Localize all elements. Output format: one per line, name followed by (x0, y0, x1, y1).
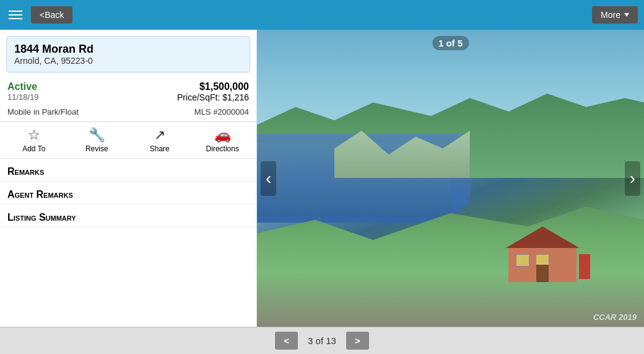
listing-summary-section: Listing Summary (0, 205, 256, 228)
remarks-title: Remarks (7, 166, 249, 177)
address-line1: 1844 Moran Rd (14, 43, 242, 56)
price-sqft: Price/SqFt: $1,216 (177, 92, 249, 102)
house-graphic (499, 226, 586, 282)
status-date: 11/18/19 (7, 92, 39, 102)
wrench-icon: 🔧 (89, 127, 105, 143)
address-box: 1844 Moran Rd Arnold, CA, 95223-0 (6, 36, 250, 73)
status-label: Active (7, 81, 39, 92)
price-sqft-label: Price/SqFt: (177, 92, 220, 102)
property-image: CCAR 2019 (257, 30, 644, 327)
car-icon: 🚗 (214, 127, 231, 143)
hamburger-line (9, 11, 22, 12)
agent-remarks-section: Agent Remarks (0, 182, 256, 205)
hamburger-button[interactable] (6, 8, 25, 22)
watermark: CCAR 2019 (593, 312, 637, 322)
more-button[interactable]: More (592, 6, 638, 24)
action-buttons: ☆ Add To 🔧 Revise ↗ Share 🚗 Directions (0, 122, 256, 159)
house-door (536, 265, 549, 282)
page-info: 3 of 13 (308, 335, 336, 346)
status-section: Active 11/18/19 (7, 81, 39, 102)
house-window-left (516, 254, 529, 267)
house-roof (505, 226, 580, 248)
meta-row: Mobile in Park/Float MLS #2000004 (0, 105, 256, 122)
status-price-row: Active 11/18/19 $1,500,000 Price/SqFt: $… (0, 76, 256, 105)
next-page-button[interactable]: > (346, 332, 369, 350)
directions-label: Directions (206, 144, 239, 153)
more-label: More (601, 10, 620, 20)
share-button[interactable]: ↗ Share (138, 127, 181, 153)
add-to-button[interactable]: ☆ Add To (12, 127, 56, 153)
bottom-bar: < 3 of 13 > (0, 327, 644, 354)
agent-remarks-title: Agent Remarks (7, 189, 249, 200)
house-body (508, 248, 577, 282)
listing-type: Mobile in Park/Float (7, 107, 79, 117)
share-icon: ↗ (154, 127, 165, 143)
next-image-button[interactable]: › (625, 161, 640, 196)
chevron-down-icon (624, 13, 629, 17)
share-label: Share (150, 144, 170, 153)
revise-button[interactable]: 🔧 Revise (75, 127, 118, 153)
price-main: $1,500,000 (177, 81, 249, 92)
main-layout: 1844 Moran Rd Arnold, CA, 95223-0 Active… (0, 30, 644, 327)
price-sqft-value: $1,216 (222, 92, 249, 102)
back-button[interactable]: <Back (31, 6, 72, 24)
revise-label: Revise (85, 144, 108, 153)
prev-image-button[interactable]: ‹ (261, 161, 276, 196)
remarks-section: Remarks (0, 159, 256, 182)
prev-page-button[interactable]: < (275, 332, 298, 350)
listing-mls: MLS #2000004 (194, 107, 249, 117)
house-accent (579, 254, 590, 279)
listing-summary-title: Listing Summary (7, 212, 249, 223)
hamburger-line (9, 14, 22, 15)
left-panel: 1844 Moran Rd Arnold, CA, 95223-0 Active… (0, 30, 257, 327)
address-line2: Arnold, CA, 95223-0 (14, 56, 242, 66)
hamburger-line (9, 18, 22, 19)
price-section: $1,500,000 Price/SqFt: $1,216 (177, 81, 249, 102)
directions-button[interactable]: 🚗 Directions (201, 127, 244, 153)
top-bar: <Back More (0, 0, 644, 30)
add-to-label: Add To (22, 144, 45, 153)
top-bar-left: <Back (6, 6, 72, 24)
right-panel: CCAR 2019 1 of 5 ‹ › (257, 30, 644, 327)
star-icon: ☆ (28, 127, 40, 143)
image-counter: 1 of 5 (432, 36, 469, 50)
